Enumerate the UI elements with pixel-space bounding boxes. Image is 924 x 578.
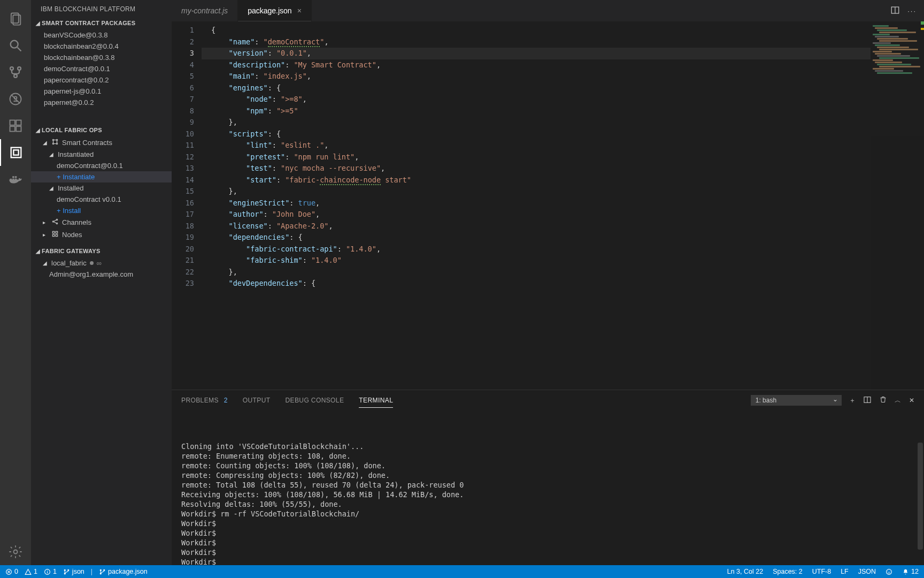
svg-rect-11 [16,120,21,125]
status-encoding[interactable]: UTF-8 [812,568,831,575]
svg-point-50 [888,571,888,571]
status-cursor-pos[interactable]: Ln 3, Col 22 [727,568,763,575]
installed-item[interactable]: demoContract v0.0.1 [31,194,172,205]
svg-rect-32 [56,234,58,237]
tab-debug-console[interactable]: DEBUG CONSOLE [285,393,344,407]
blockchain-icon[interactable] [0,139,31,166]
svg-point-27 [56,219,57,220]
channels-node[interactable]: ▸ Channels [31,216,172,229]
instantiated-node[interactable]: ◢ Instantiated [31,149,172,160]
package-item[interactable]: beanVSCode@0.3.8 [31,29,172,41]
settings-gear-icon[interactable] [0,538,31,565]
close-icon[interactable]: × [297,6,302,15]
svg-rect-15 [13,150,18,155]
local-fabric-header[interactable]: ◢ LOCAL FABRIC OPS [31,125,172,135]
docker-icon[interactable] [0,166,31,193]
tab-terminal[interactable]: TERMINAL [359,393,393,408]
package-item[interactable]: papernet@0.0.2 [31,97,172,108]
status-info[interactable]: 1 [44,568,57,575]
split-editor-icon[interactable] [890,5,900,17]
debug-icon[interactable] [0,86,31,112]
svg-point-43 [64,569,65,571]
split-terminal-icon[interactable] [863,396,872,406]
trash-icon[interactable] [879,396,887,405]
sidebar-title: IBM BLOCKCHAIN PLATFORM [31,0,172,17]
svg-point-26 [52,221,53,222]
status-eol[interactable]: LF [841,568,849,575]
code-editor[interactable]: { "name": "demoContract", "version": "0.… [202,21,871,390]
minimap[interactable] [871,21,924,390]
search-icon[interactable] [0,32,31,59]
svg-point-49 [887,569,892,574]
package-item[interactable]: papernet-js@0.0.1 [31,86,172,97]
status-feedback-icon[interactable] [886,568,892,575]
svg-line-3 [18,48,21,51]
status-file[interactable]: package.json [99,568,148,575]
smart-contracts-node[interactable]: ◢ Smart Contracts [31,136,172,149]
infinity-icon: ∞ [97,259,102,267]
package-item[interactable]: blockchainbean2@0.0.4 [31,41,172,52]
install-action[interactable]: + Install [31,205,172,216]
close-panel-icon[interactable]: ✕ [909,397,914,404]
chevron-down-icon: ◢ [34,20,42,26]
nodes-icon [51,230,59,239]
sidebar: IBM BLOCKCHAIN PLATFORM ◢ SMART CONTRACT… [31,0,172,565]
svg-rect-14 [11,148,21,158]
gateway-identity[interactable]: Admin@org1.example.com [31,269,172,280]
svg-point-28 [56,223,57,224]
instantiated-item[interactable]: demoContract@0.0.1 [31,160,172,171]
chevron-down-icon: ◢ [34,127,42,133]
svg-rect-29 [52,231,55,233]
svg-point-22 [52,139,53,140]
chevron-down-icon: ◢ [49,151,55,157]
tab-output[interactable]: OUTPUT [243,393,271,407]
activity-bar [0,0,31,565]
chevron-down-icon: ◢ [43,140,48,146]
tab-problems[interactable]: PROBLEMS 2 [181,393,228,407]
gateway-local-fabric[interactable]: ◢ local_fabric ∞ [31,257,172,269]
packages-header[interactable]: ◢ SMART CONTRACT PACKAGES [31,18,172,28]
status-notifications[interactable]: 12 [902,568,919,575]
instantiate-action[interactable]: + Instantiate [31,171,172,182]
status-language[interactable]: JSON [858,568,876,575]
scm-icon[interactable] [0,59,31,86]
svg-rect-12 [10,126,15,131]
nodes-node[interactable]: ▸ Nodes [31,229,172,241]
status-errors[interactable]: 0 [5,568,18,575]
status-bar: 0 1 1 json | package.json Ln 3, Col 22 S… [0,565,924,578]
svg-point-45 [68,569,69,571]
panel-tabs: PROBLEMS 2 OUTPUT DEBUG CONSOLE TERMINAL… [172,390,924,410]
svg-rect-19 [12,176,14,178]
tab-my-contract[interactable]: my-contract.js [172,0,238,21]
svg-point-6 [14,74,17,78]
gateways-header[interactable]: ◢ FABRIC GATEWAYS [31,246,172,256]
svg-point-2 [11,41,18,48]
svg-rect-30 [56,231,58,233]
terminal[interactable]: Cloning into 'VSCodeTutorialBlockchain'.… [172,410,924,565]
status-spaces[interactable]: Spaces: 2 [773,568,803,575]
chevron-right-icon: ▸ [43,232,48,238]
line-gutter: 1234567891011121314151617181920212223 [172,21,202,390]
tab-package-json[interactable]: package.json × [238,0,312,21]
chevron-down-icon: ◢ [43,260,48,266]
installed-node[interactable]: ◢ Installed [31,182,172,194]
terminal-shell-select[interactable]: 1: bash [751,395,842,406]
svg-point-46 [100,569,101,571]
svg-point-21 [14,550,18,554]
svg-point-25 [56,143,57,144]
new-terminal-icon[interactable]: ＋ [849,396,856,405]
package-item[interactable]: demoContract@0.0.1 [31,63,172,74]
package-item[interactable]: papercontract@0.0.2 [31,74,172,86]
explorer-icon[interactable] [0,5,31,32]
channels-icon [51,218,59,227]
more-icon[interactable]: ··· [907,7,917,15]
status-branch[interactable]: json [63,568,84,575]
package-item[interactable]: blockchainbean@0.3.8 [31,52,172,63]
svg-point-48 [104,569,105,571]
extensions-icon[interactable] [0,112,31,139]
svg-rect-13 [16,126,21,131]
chevron-down-icon: ◢ [49,185,55,191]
terminal-scrollbar[interactable] [918,443,923,550]
status-warnings[interactable]: 1 [25,568,37,575]
chevron-up-icon[interactable]: ︿ [895,396,901,405]
